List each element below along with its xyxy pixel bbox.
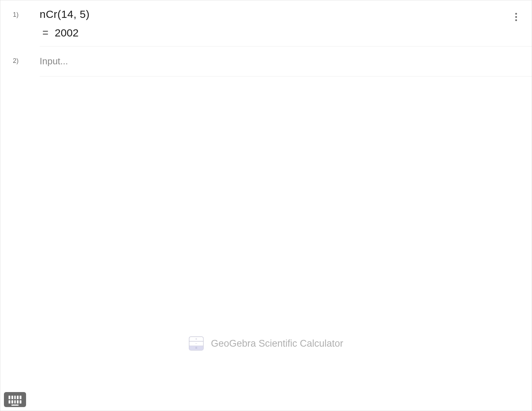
calculator-icon: + − = (189, 336, 204, 351)
keyboard-toggle-button[interactable] (4, 392, 26, 407)
branding-text: GeoGebra Scientific Calculator (211, 338, 343, 349)
input-field[interactable]: Input... (40, 46, 532, 76)
more-vertical-icon (515, 13, 517, 15)
svg-text:−: − (195, 342, 197, 346)
input-row: 2) Input... (0, 46, 532, 76)
svg-text:+: + (195, 337, 197, 341)
input-placeholder: Input... (40, 56, 503, 67)
row-content[interactable]: nCr(14, 5) = 2002 (40, 0, 532, 46)
svg-text:=: = (195, 346, 197, 350)
row-number: 2) (0, 46, 40, 65)
calculator-app: 1) nCr(14, 5) = 2002 2) Input... (0, 0, 532, 411)
more-options-button[interactable] (510, 11, 522, 23)
expression: nCr(14, 5) (40, 8, 503, 20)
keyboard-icon (9, 396, 21, 403)
equals-sign: = (42, 27, 48, 39)
row-number: 1) (0, 0, 40, 19)
branding: + − = GeoGebra Scientific Calculator (189, 336, 343, 351)
result-value: 2002 (55, 27, 79, 39)
result-line: = 2002 (40, 27, 503, 39)
calculation-row: 1) nCr(14, 5) = 2002 (0, 0, 532, 46)
